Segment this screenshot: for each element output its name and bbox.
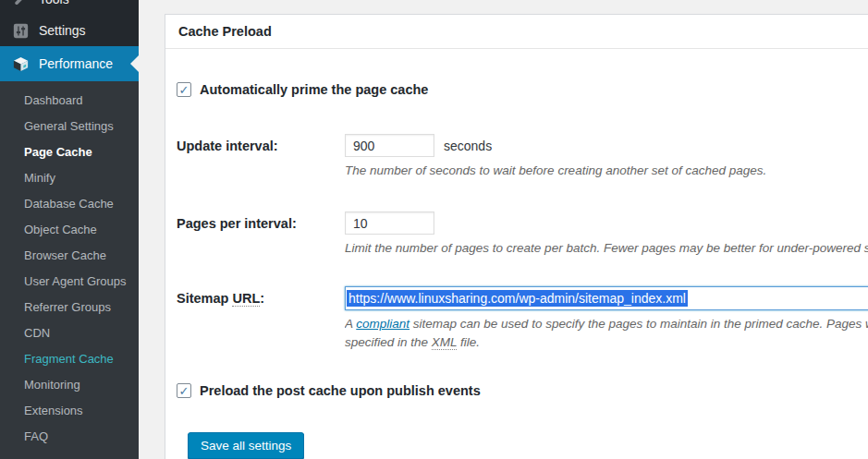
sidebar-item-referrer-groups[interactable]: Referrer Groups xyxy=(0,294,139,320)
preload-post-cache-checkbox[interactable] xyxy=(177,383,191,398)
prime-cache-label: Automatically prime the page cache xyxy=(200,82,428,97)
sitemap-url-input[interactable]: https://www.linuxsharing.com/wp-admin/si… xyxy=(345,286,868,310)
compliant-link[interactable]: compliant xyxy=(356,317,410,331)
update-interval-input[interactable] xyxy=(345,134,434,157)
current-menu-arrow-icon xyxy=(130,55,139,72)
sidebar-item-monitoring[interactable]: Monitoring xyxy=(0,371,139,397)
w3tc-cube-icon xyxy=(11,54,30,73)
sidebar-item-faq[interactable]: FAQ xyxy=(0,423,139,449)
sidebar-item-tools[interactable]: Tools xyxy=(0,0,139,15)
sidebar-item-user-agent-groups[interactable]: User Agent Groups xyxy=(0,268,139,294)
sitemap-url-selected-text: https://www.linuxsharing.com/wp-admin/si… xyxy=(347,290,688,307)
panel-title: Cache Preload xyxy=(165,15,868,49)
wrench-icon xyxy=(11,0,30,8)
preload-post-cache-row: Preload the post cache upon publish even… xyxy=(177,383,868,398)
sidebar-item-label: Performance xyxy=(39,56,113,71)
admin-sidebar: Tools Settings Performance Dashbo xyxy=(0,0,139,459)
sidebar-item-object-cache[interactable]: Object Cache xyxy=(0,216,139,242)
sitemap-url-label: Sitemap URL: xyxy=(177,291,345,306)
update-interval-label: Update interval: xyxy=(177,139,345,153)
url-acronym: URL xyxy=(232,291,260,307)
sidebar-item-minify[interactable]: Minify xyxy=(0,164,139,190)
pages-per-interval-row: Pages per interval: xyxy=(177,211,868,235)
sidebar-item-cdn[interactable]: CDN xyxy=(0,320,139,345)
sidebar-item-browser-cache[interactable]: Browser Cache xyxy=(0,242,139,268)
xml-acronym: XML xyxy=(432,335,458,350)
pages-per-interval-label: Pages per interval: xyxy=(177,216,345,231)
prime-cache-checkbox[interactable] xyxy=(177,82,191,97)
sidebar-item-page-cache[interactable]: Page Cache xyxy=(0,139,139,164)
update-interval-row: Update interval: seconds xyxy=(177,134,868,157)
sidebar-item-database-cache[interactable]: Database Cache xyxy=(0,190,139,216)
sidebar-item-general-settings[interactable]: General Settings xyxy=(0,113,139,139)
sidebar-item-performance[interactable]: Performance xyxy=(0,46,139,81)
sitemap-description-line1: A compliant sitemap can be used to speci… xyxy=(345,315,868,333)
sidebar-item-settings[interactable]: Settings xyxy=(0,15,139,46)
sidebar-item-label: Settings xyxy=(39,23,86,38)
pages-per-interval-input[interactable] xyxy=(345,211,434,235)
preload-post-cache-label: Preload the post cache upon publish even… xyxy=(200,383,481,398)
sidebar-item-dashboard[interactable]: Dashboard xyxy=(0,87,139,113)
sidebar-item-fragment-cache[interactable]: Fragment Cache xyxy=(0,345,139,371)
sliders-icon xyxy=(11,21,30,40)
save-all-settings-button[interactable]: Save all settings xyxy=(188,432,304,459)
sidebar-item-extensions[interactable]: Extensions xyxy=(0,397,139,423)
cache-preload-panel: Cache Preload Automatically prime the pa… xyxy=(165,14,868,459)
performance-submenu: Dashboard General Settings Page Cache Mi… xyxy=(0,81,139,459)
pages-per-interval-description: Limit the number of pages to create per … xyxy=(345,239,868,258)
admin-content: Cache Preload Automatically prime the pa… xyxy=(139,0,868,459)
sidebar-item-label: Tools xyxy=(39,0,69,6)
prime-cache-row: Automatically prime the page cache xyxy=(177,82,868,97)
sitemap-url-row: Sitemap URL: https://www.linuxsharing.co… xyxy=(177,286,868,310)
sitemap-description-line2: specified in the XML file. xyxy=(345,333,868,352)
update-interval-suffix: seconds xyxy=(444,139,492,153)
update-interval-description: The number of seconds to wait before cre… xyxy=(345,162,868,180)
